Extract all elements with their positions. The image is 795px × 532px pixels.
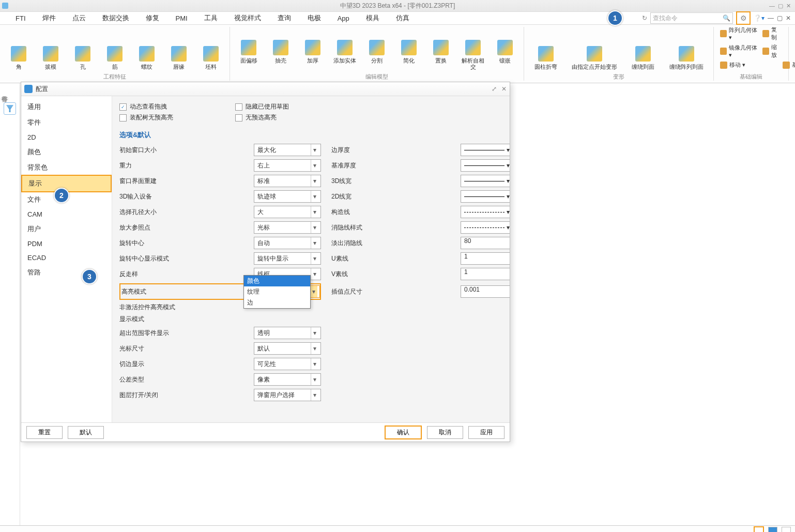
nav-general[interactable]: 通用 — [21, 99, 112, 115]
combo-toltype[interactable]: 像素▾ — [254, 373, 321, 386]
combo-constr[interactable]: ▾ — [461, 206, 510, 218]
nav-bg[interactable]: 背景色 — [21, 160, 112, 175]
ribbon-btn-thicken[interactable]: 加厚 — [298, 39, 327, 65]
ribbon-btn-wraparray[interactable]: 缠绕阵列到面 — [664, 45, 709, 71]
statusbar-view1-icon[interactable] — [754, 526, 764, 532]
nav-cam[interactable]: CAM — [21, 207, 112, 221]
nav-user[interactable]: 用户 — [21, 221, 112, 237]
input-fadehidden[interactable]: 80 — [461, 237, 510, 249]
nav-part[interactable]: 零件 — [21, 115, 112, 130]
help-icon[interactable]: ❔▾ — [754, 14, 765, 22]
combo-tangent[interactable]: 可见性▾ — [254, 358, 321, 370]
ribbon-btn-pointdeform[interactable]: 由指定点开始变形 — [567, 45, 622, 71]
highlight-dropdown[interactable]: 颜色 纹理 边 — [243, 275, 311, 309]
menu-pmi[interactable]: PMI — [170, 13, 194, 23]
menu-exchange[interactable]: 数据交换 — [96, 12, 135, 24]
menu-query[interactable]: 查询 — [271, 12, 297, 24]
default-button[interactable]: 默认 — [68, 426, 104, 439]
combo-3dw[interactable]: ▾ — [461, 175, 510, 187]
combo-gravity[interactable]: 右上▾ — [254, 159, 321, 172]
ribbon-btn-selfintersect[interactable]: 解析自相交 — [458, 39, 487, 71]
combo-datumthick[interactable]: ▾ — [461, 159, 510, 172]
ribbon-btn-wrapface[interactable]: 缠绕到面 — [625, 45, 661, 71]
window-restore-icon[interactable]: ▢ — [778, 3, 783, 9]
combo-cursorsize[interactable]: 默认▾ — [254, 342, 321, 355]
combo-rotcenterdisp[interactable]: 旋转中显示▾ — [254, 252, 321, 265]
mini-move[interactable]: 移动 ▾ — [720, 61, 782, 69]
settings-button[interactable]: ⚙ — [736, 11, 751, 25]
combo-initwin[interactable]: 最大化▾ — [254, 144, 321, 156]
menu-pointcloud[interactable]: 点云 — [66, 12, 92, 24]
menu-electrode[interactable]: 电极 — [301, 12, 327, 24]
doc-close-icon[interactable]: ✕ — [786, 14, 791, 22]
statusbar-view2-icon[interactable] — [768, 527, 777, 532]
menu-weld[interactable]: 焊件 — [36, 12, 62, 24]
combo-rotcenter[interactable]: 自动▾ — [254, 237, 321, 249]
menu-mold[interactable]: 模具 — [360, 12, 386, 24]
statusbar-view3-icon[interactable] — [782, 527, 791, 532]
combo-2dw[interactable]: ▾ — [461, 190, 510, 203]
combo-layertoggle[interactable]: 弹窗用户选择▾ — [254, 389, 321, 401]
mini-mirror[interactable]: 镜像几何体 ▾缩放 — [720, 43, 782, 59]
combo-outofrange[interactable]: 透明▾ — [254, 327, 321, 339]
close-icon[interactable]: ✕ — [501, 85, 507, 93]
window-close-icon[interactable]: ✕ — [786, 3, 791, 9]
menu-fti[interactable]: FTI — [9, 13, 32, 23]
ribbon-btn-inlay[interactable]: 镶嵌 — [491, 39, 519, 65]
ribbon-btn-simplify[interactable]: 简化 — [394, 39, 423, 65]
reset-button[interactable]: 重置 — [26, 426, 63, 439]
ribbon-btn-stock[interactable]: 坯料 — [196, 45, 225, 71]
menu-sim[interactable]: 仿真 — [390, 12, 416, 24]
combo-hiddenstyle[interactable]: ▾ — [461, 221, 510, 234]
ribbon-btn-hole[interactable]: 孔 — [68, 45, 97, 71]
ribbon-btn-thread[interactable]: 螺纹 — [132, 45, 161, 71]
chk-dynview[interactable]: ✓动态查看拖拽 — [119, 102, 173, 111]
doc-restore-icon[interactable]: ▢ — [777, 14, 783, 22]
apply-button[interactable]: 应用 — [468, 426, 504, 439]
ribbon-btn-addsolid[interactable]: 添加实体 — [330, 39, 359, 65]
ribbon-btn-angle[interactable]: 角 — [4, 45, 33, 71]
doc-minimize-icon[interactable]: — — [768, 14, 774, 22]
combo-winrebuild[interactable]: 标准▾ — [254, 175, 321, 187]
mini-datum[interactable]: 基准面 ▾ — [783, 61, 795, 69]
chk-noprehl[interactable]: 无预选高亮 — [235, 113, 289, 122]
ok-button[interactable]: 确认 — [385, 425, 422, 439]
app-menu-icon[interactable] — [2, 3, 8, 9]
combo-input3d[interactable]: 轨迹球▾ — [254, 190, 321, 203]
ribbon-btn-rib[interactable]: 筋 — [100, 45, 129, 71]
chk-hidesketch[interactable]: 隐藏已使用草图 — [235, 102, 289, 111]
undock-icon[interactable]: ⤢ — [492, 85, 497, 93]
ribbon-btn-cylbend[interactable]: 圆柱折弯 — [528, 45, 563, 71]
dd-item-color[interactable]: 颜色 — [244, 276, 310, 286]
window-minimize-icon[interactable]: — — [769, 3, 775, 9]
combo-picksize[interactable]: 大▾ — [254, 206, 321, 218]
nav-ecad[interactable]: ECAD — [21, 251, 112, 265]
ribbon-btn-split[interactable]: 分割 — [362, 39, 391, 65]
nav-color[interactable]: 颜色 — [21, 144, 112, 160]
dd-item-edge[interactable]: 边 — [244, 297, 310, 308]
combo-edgethick[interactable]: ▾ — [461, 144, 510, 156]
ribbon-btn-draft[interactable]: 拔模 — [36, 45, 65, 71]
menu-repair[interactable]: 修复 — [140, 12, 165, 24]
nav-pdm[interactable]: PDM — [21, 237, 112, 251]
dd-item-texture[interactable]: 纹理 — [244, 286, 310, 297]
cancel-button[interactable]: 取消 — [427, 426, 463, 439]
combo-zoomref[interactable]: 光标▾ — [254, 221, 321, 234]
menu-tools[interactable]: 工具 — [198, 12, 224, 24]
ribbon-btn-offset[interactable]: 面偏移 — [234, 39, 263, 65]
filter-icon[interactable] — [4, 102, 16, 115]
ribbon-btn-lip[interactable]: 唇缘 — [164, 45, 193, 71]
mini-pattern[interactable]: 阵列几何体 ▾复制 — [720, 26, 782, 41]
ribbon-btn-replace[interactable]: 置换 — [426, 39, 455, 65]
input-vcurve[interactable]: 1 — [461, 268, 510, 280]
nav-pipe[interactable]: 管路 — [21, 265, 112, 280]
menu-app[interactable]: App — [331, 13, 356, 23]
chk-asm[interactable]: 装配树无预高亮 — [119, 113, 173, 122]
menu-visual[interactable]: 视觉样式 — [228, 12, 267, 24]
sync-icon[interactable]: ↻ — [642, 14, 647, 22]
search-input[interactable]: 查找命令 🔍 — [650, 12, 733, 24]
nav-2d[interactable]: 2D — [21, 130, 112, 144]
input-interp[interactable]: 0.001 — [461, 285, 510, 298]
input-ucurve[interactable]: 1 — [461, 252, 510, 265]
ribbon-btn-shell[interactable]: 抽壳 — [266, 39, 295, 65]
